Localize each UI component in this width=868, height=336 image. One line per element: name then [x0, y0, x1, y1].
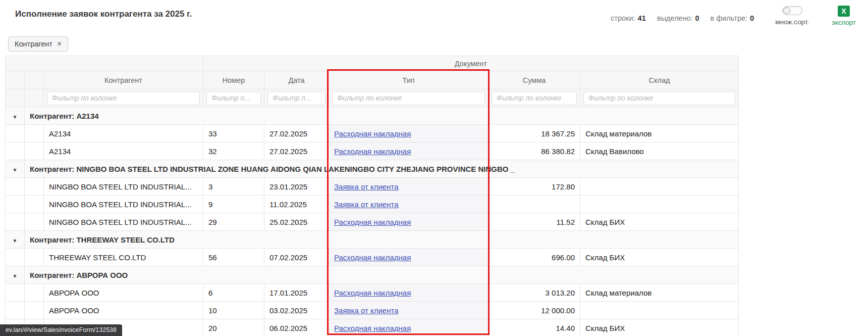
multi-sort-toggle[interactable]: [782, 6, 802, 15]
cell-contractor: NINGBO BOA STEEL LTD INDUSTRIAL...: [44, 196, 203, 213]
selector-cell: [25, 125, 44, 142]
group-row[interactable]: ▼ Контрагент: THREEWAY STEEL CO.LTD: [6, 231, 739, 249]
cell-warehouse: [580, 302, 739, 319]
cell-warehouse: Склад Вавилово: [580, 142, 739, 160]
filter-chip-contractor[interactable]: Контрагент ×: [8, 36, 68, 52]
table-row[interactable]: АВРОРА ООО 6 17.01.2025 Расходная наклад…: [6, 284, 739, 302]
cell-date: 03.02.2025: [264, 302, 329, 319]
table-row[interactable]: THREEWAY STEEL CO.LTD 56 07.02.2025 Расх…: [6, 249, 739, 266]
expander-cell: ▼: [6, 266, 25, 284]
cell-contractor: А2134: [44, 142, 203, 160]
document-link[interactable]: Заявка от клиента: [334, 306, 398, 315]
header-spacer: [6, 71, 25, 89]
cell-warehouse: Склад материалов: [580, 284, 739, 302]
collapse-icon[interactable]: ▼: [13, 273, 18, 279]
filter-row: [6, 89, 739, 107]
group-row[interactable]: ▼ Контрагент: АВРОРА ООО: [6, 266, 739, 284]
expander-cell: [6, 142, 25, 160]
selector-cell: [25, 302, 44, 319]
cell-date: 07.02.2025: [264, 249, 329, 266]
group-header-row: Документ: [6, 56, 739, 71]
table-row[interactable]: NINGBO BOA STEEL LTD INDUSTRIAL... 9 11.…: [6, 196, 739, 213]
chip-close-icon[interactable]: ×: [57, 40, 62, 48]
cell-amount: 14.40: [489, 319, 580, 336]
selector-cell: [25, 284, 44, 302]
collapse-icon[interactable]: ▼: [13, 167, 18, 173]
document-link[interactable]: Заявка от клиента: [334, 200, 398, 209]
header-spacer: [25, 89, 44, 107]
grid-stats: строки:41 выделено:0 в фильтре:0: [611, 14, 754, 22]
cell-warehouse: Склад материалов: [580, 125, 739, 142]
expander-cell: [6, 196, 25, 213]
group-row[interactable]: ▼ Контрагент: NINGBO BOA STEEL LTD INDUS…: [6, 160, 739, 178]
excel-icon: X: [838, 6, 850, 17]
cell-date: 25.02.2025: [264, 213, 329, 231]
col-header-contractor[interactable]: Контрагент: [44, 71, 203, 89]
col-header-date[interactable]: Дата: [264, 71, 329, 89]
table-row[interactable]: АВРОРА ООО 10 03.02.2025 Заявка от клиен…: [6, 302, 739, 319]
grid-container: Документ Контрагент Номер Дата Тип Сумма…: [5, 56, 868, 336]
cell-amount: [489, 196, 580, 213]
col-header-type[interactable]: Тип: [329, 71, 489, 89]
expander-cell: ▼: [6, 107, 25, 125]
multi-sort-label: множ.сорт.: [775, 18, 809, 26]
cell-date: 06.02.2025: [264, 319, 329, 336]
document-link[interactable]: Расходная накладная: [334, 147, 411, 156]
cell-amount: 696.00: [489, 249, 580, 266]
filter-input-amount[interactable]: [492, 91, 577, 105]
filter-input-type[interactable]: [332, 91, 485, 105]
table-row[interactable]: NINGBO BOA STEEL LTD INDUSTRIAL... 29 25…: [6, 213, 739, 231]
cell-number: 29: [203, 213, 264, 231]
col-header-amount[interactable]: Сумма: [489, 71, 580, 89]
selected-count-label: выделено:: [657, 14, 693, 22]
selector-cell: [25, 142, 44, 160]
collapse-icon[interactable]: ▼: [13, 238, 18, 244]
filter-input-date[interactable]: [267, 91, 326, 105]
expander-cell: [6, 125, 25, 142]
document-link[interactable]: Расходная накладная: [334, 289, 411, 297]
col-header-number[interactable]: Номер: [203, 71, 264, 89]
export-button[interactable]: X экспорт: [832, 5, 861, 26]
multi-sort-control: множ.сорт.: [775, 5, 809, 26]
rows-count-value: 41: [638, 14, 646, 22]
cell-date: 23.01.2025: [264, 178, 329, 196]
cell-number: 32: [203, 142, 264, 160]
document-link[interactable]: Расходная накладная: [334, 253, 411, 262]
table-row[interactable]: А2134 33 27.02.2025 Расходная накладная …: [6, 125, 739, 142]
cell-number: 9: [203, 196, 264, 213]
group-label: Контрагент: А2134: [25, 107, 739, 125]
column-header-row: Контрагент Номер Дата Тип Сумма Склад: [6, 71, 739, 89]
document-link[interactable]: Заявка от клиента: [334, 182, 398, 191]
cell-warehouse: Склад БИХ: [580, 249, 739, 266]
cell-date: 27.02.2025: [264, 125, 329, 142]
filter-input-warehouse[interactable]: [583, 91, 735, 105]
document-link[interactable]: Расходная накладная: [334, 129, 411, 138]
cell-amount: 12 000.00: [489, 302, 580, 319]
cell-date: 17.01.2025: [264, 284, 329, 302]
selector-cell: [25, 213, 44, 231]
top-bar-controls: строки:41 выделено:0 в фильтре:0 множ.со…: [611, 5, 861, 26]
filter-input-number[interactable]: [206, 91, 261, 105]
header-spacer: [6, 56, 203, 71]
col-header-warehouse[interactable]: Склад: [580, 71, 739, 89]
filter-input-contractor[interactable]: [47, 91, 200, 105]
cell-date: 27.02.2025: [264, 142, 329, 160]
table-row[interactable]: NINGBO BOA STEEL LTD INDUSTRIAL... 3 23.…: [6, 178, 739, 196]
filtered-count-label: в фильтре:: [711, 14, 747, 22]
status-url-tooltip: ev.lan/#/view/SalesInvoiceForm/132538: [0, 324, 122, 336]
cell-number: 33: [203, 125, 264, 142]
table-row[interactable]: А2134 32 27.02.2025 Расходная накладная …: [6, 142, 739, 160]
cell-amount: 3 013.20: [489, 284, 580, 302]
expander-cell: ▼: [6, 231, 25, 249]
document-link[interactable]: Расходная накладная: [334, 324, 411, 332]
expander-cell: [6, 178, 25, 196]
rows-count-label: строки:: [611, 14, 635, 22]
active-filters-row: Контрагент ×: [8, 36, 868, 52]
cell-number: 3: [203, 178, 264, 196]
expander-cell: [6, 249, 25, 266]
column-group-document: Документ: [203, 56, 739, 71]
group-row[interactable]: ▼ Контрагент: А2134: [6, 107, 739, 125]
document-link[interactable]: Расходная накладная: [334, 218, 411, 226]
collapse-icon[interactable]: ▼: [13, 114, 18, 120]
top-bar: Исполнение заявок контрагента за 2025 г.…: [0, 0, 868, 30]
